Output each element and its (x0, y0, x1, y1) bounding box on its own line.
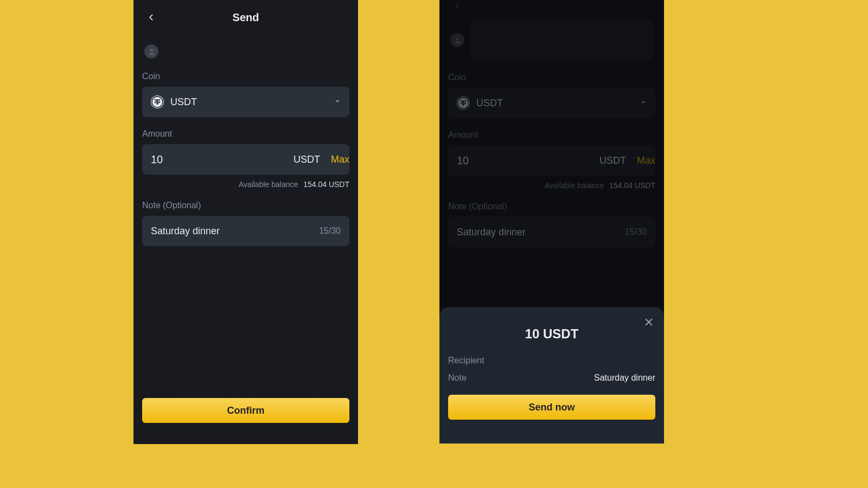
amount-field[interactable]: USDT Max (142, 144, 349, 175)
note-field[interactable]: 15/30 (142, 216, 349, 246)
note-label: Note (448, 373, 467, 383)
send-screen-form: Send Coin USDT Amount USDT (133, 0, 358, 444)
note-label: Note (Optional) (448, 202, 655, 211)
confirm-button[interactable]: Confirm (142, 398, 349, 423)
amount-label: Amount (142, 129, 349, 139)
avatar-icon (144, 44, 158, 59)
page-title: Send (233, 11, 259, 24)
note-counter: 15/30 (319, 226, 341, 236)
usdt-icon (457, 97, 470, 110)
form-card: Coin USDT Amount USDT Max Available bala… (142, 35, 349, 246)
max-button[interactable]: Max (331, 154, 349, 165)
sheet-note-row: Note Saturday dinner (448, 373, 655, 383)
chevron-down-icon (640, 98, 647, 108)
recipient-box (471, 21, 653, 60)
back-button[interactable] (143, 9, 159, 25)
send-now-label: Send now (529, 402, 575, 413)
available-label: Available balance (545, 181, 604, 190)
usdt-icon (151, 95, 164, 108)
amount-input (457, 155, 594, 167)
close-button[interactable] (641, 314, 656, 330)
available-value: 154.04 USDT (609, 181, 655, 190)
available-value: 154.04 USDT (303, 180, 349, 189)
available-balance: Available balance 154.04 USDT (448, 181, 655, 190)
amount-unit: USDT (599, 155, 626, 166)
back-button[interactable] (449, 0, 465, 11)
note-input (457, 227, 625, 238)
recipient-row (448, 11, 655, 69)
amount-label: Amount (448, 130, 655, 140)
note-field: 15/30 (448, 217, 655, 247)
amount-unit: USDT (293, 154, 320, 165)
note-label: Note (Optional) (142, 201, 349, 210)
chevron-down-icon (334, 97, 341, 107)
confirm-sheet: 10 USDT Recipient Note Saturday dinner S… (439, 307, 664, 444)
coin-label: Coin (448, 73, 655, 82)
recipient-row (142, 35, 349, 68)
coin-label: Coin (142, 72, 349, 81)
available-balance: Available balance 154.04 USDT (142, 180, 349, 189)
header: Send (439, 0, 664, 11)
header: Send (133, 0, 358, 35)
available-label: Available balance (239, 180, 298, 189)
send-screen-confirm: Send Coin USDT Amount (439, 0, 664, 444)
coin-selector[interactable]: USDT (142, 87, 349, 117)
amount-input[interactable] (151, 153, 288, 166)
sheet-title: 10 USDT (448, 326, 655, 342)
max-button: Max (637, 155, 655, 166)
send-now-button[interactable]: Send now (448, 395, 655, 420)
note-counter: 15/30 (625, 227, 647, 237)
avatar-icon (450, 33, 464, 47)
note-value: Saturday dinner (594, 373, 655, 383)
coin-selector: USDT (448, 88, 655, 118)
coin-symbol: USDT (170, 97, 328, 108)
note-input[interactable] (151, 226, 319, 237)
recipient-label: Recipient (448, 356, 484, 365)
form-card-dimmed: Coin USDT Amount USDT Max Available bala… (448, 11, 655, 247)
sheet-recipient-row: Recipient (448, 356, 655, 365)
amount-field: USDT Max (448, 145, 655, 176)
confirm-label: Confirm (227, 405, 265, 416)
coin-symbol: USDT (476, 98, 634, 109)
